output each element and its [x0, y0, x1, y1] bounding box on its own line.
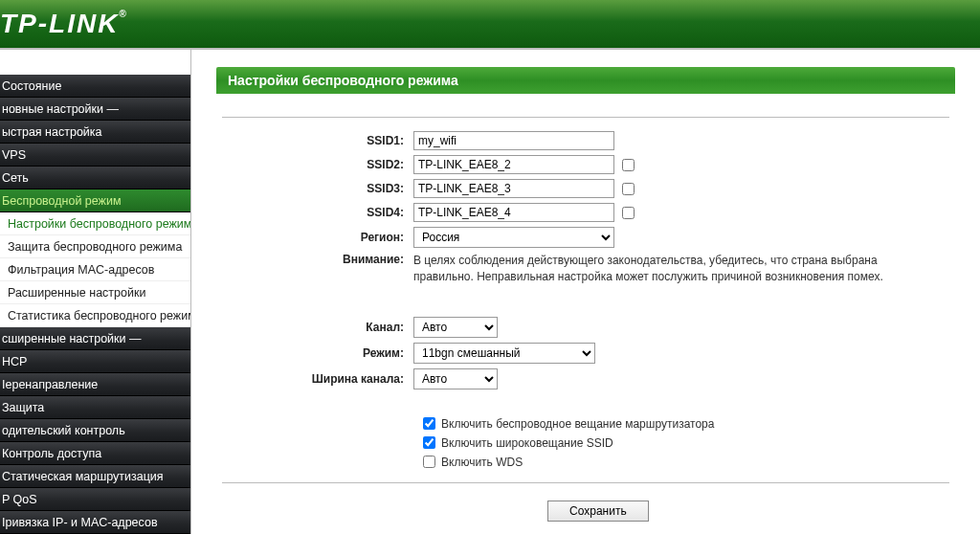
brand-logo: TP-LINK®: [0, 9, 128, 39]
panel-title: Настройки беспроводного режима: [216, 67, 955, 94]
channel-select[interactable]: Авто: [413, 317, 498, 338]
ssid-broadcast-label: Включить широковещание SSID: [441, 436, 613, 450]
sidebar-item-8[interactable]: Фильтрация MAC-адресов: [0, 258, 190, 281]
ssid4-label: SSID4:: [222, 206, 413, 219]
radio-enable-label: Включить беспроводное вещание маршрутиза…: [441, 417, 714, 431]
sidebar-item-10[interactable]: Статистика беспроводного режима: [0, 304, 190, 327]
warning-label: Внимание:: [222, 253, 413, 266]
ssid2-label: SSID2:: [222, 158, 413, 171]
ssid-broadcast-checkbox[interactable]: [423, 436, 435, 449]
sidebar-item-11[interactable]: сширенные настройки —: [0, 327, 190, 350]
ssid3-input[interactable]: [413, 179, 614, 198]
ssid1-label: SSID1:: [222, 134, 413, 147]
sidebar: Состояниеновные настройки —ыстрая настро…: [0, 50, 191, 534]
sidebar-item-5[interactable]: Беспроводной режим: [0, 189, 190, 212]
sidebar-item-2[interactable]: ыстрая настройка: [0, 121, 190, 144]
nav-menu: Состояниеновные настройки —ыстрая настро…: [0, 75, 190, 534]
ssid4-enable-checkbox[interactable]: [622, 207, 635, 219]
separator: [222, 117, 949, 118]
sidebar-item-14[interactable]: Защита: [0, 396, 190, 419]
channel-label: Канал:: [222, 321, 413, 334]
chwidth-select[interactable]: Авто: [413, 368, 498, 389]
sidebar-item-7[interactable]: Защита беспроводного режима: [0, 235, 190, 258]
header: TP-LINK®: [0, 0, 980, 48]
sidebar-item-18[interactable]: P QoS: [0, 488, 190, 511]
ssid3-label: SSID3:: [222, 182, 413, 195]
save-button[interactable]: Сохранить: [547, 501, 649, 522]
region-label: Регион:: [222, 231, 413, 244]
separator-bottom: [222, 482, 949, 483]
wds-label: Включить WDS: [441, 456, 523, 469]
mode-select[interactable]: 11bgn смешанный: [413, 343, 595, 364]
sidebar-item-6[interactable]: Настройки беспроводного режима: [0, 212, 190, 235]
main-content: Настройки беспроводного режима SSID1: SS…: [191, 50, 980, 534]
sidebar-item-15[interactable]: одительский контроль: [0, 419, 190, 442]
sidebar-item-12[interactable]: HCP: [0, 350, 190, 373]
ssid2-enable-checkbox[interactable]: [622, 159, 635, 171]
warning-text: В целях соблюдения действующего законода…: [413, 253, 949, 286]
chwidth-label: Ширина канала:: [222, 372, 413, 386]
ssid1-input[interactable]: [413, 131, 614, 150]
ssid3-enable-checkbox[interactable]: [622, 183, 635, 195]
sidebar-item-19[interactable]: Іривязка IP- и MAC-адресов: [0, 511, 190, 534]
region-select[interactable]: Россия: [413, 227, 614, 248]
sidebar-item-16[interactable]: Контроль доступа: [0, 442, 190, 465]
mode-label: Режим:: [222, 346, 413, 360]
sidebar-item-1[interactable]: новные настройки —: [0, 98, 190, 121]
sidebar-item-9[interactable]: Расширенные настройки: [0, 281, 190, 304]
sidebar-item-4[interactable]: Сеть: [0, 167, 190, 189]
radio-enable-checkbox[interactable]: [423, 417, 435, 430]
sidebar-item-3[interactable]: VPS: [0, 144, 190, 167]
wds-checkbox[interactable]: [423, 456, 435, 468]
sidebar-item-0[interactable]: Состояние: [0, 75, 190, 98]
ssid2-input[interactable]: [413, 155, 614, 174]
sidebar-item-17[interactable]: Статическая маршрутизация: [0, 465, 190, 488]
sidebar-item-13[interactable]: Іеренаправление: [0, 373, 190, 396]
ssid4-input[interactable]: [413, 203, 614, 222]
